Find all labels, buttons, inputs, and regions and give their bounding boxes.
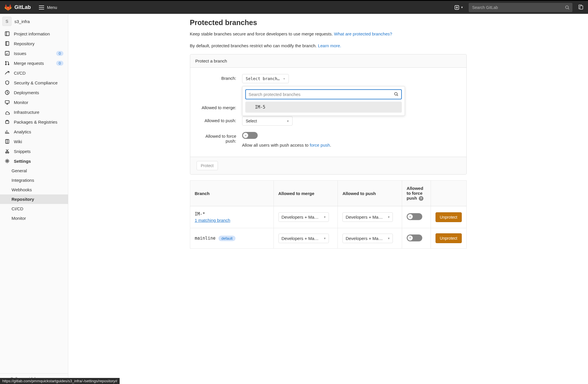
infrastructure-icon	[5, 109, 10, 115]
th-actions	[431, 181, 466, 206]
sidebar-item-packages[interactable]: Packages & Registries	[0, 117, 68, 127]
branch-dropdown: IM-5	[242, 86, 405, 116]
sidebar: S s3_infra Project information Repositor…	[0, 14, 68, 384]
protected-branches-table: Branch Allowed to merge Allowed to push …	[190, 180, 467, 249]
sidebar-item-monitor[interactable]: Monitor	[0, 97, 68, 107]
what-are-protected-link[interactable]: What are protected branches?	[334, 31, 392, 36]
panel-title: Protect a branch	[190, 54, 466, 68]
settings-sub-webhooks[interactable]: Webhooks	[0, 185, 68, 194]
branch-select[interactable]: Select branch… ▾	[242, 74, 289, 83]
search-icon	[394, 92, 398, 97]
force-push-toggle[interactable]: ✕	[242, 132, 258, 139]
sidebar-item-merge-requests[interactable]: Merge requests 0	[0, 58, 68, 68]
protect-button[interactable]: Protect	[197, 161, 218, 170]
learn-more-link[interactable]: Learn more.	[318, 43, 341, 48]
close-icon: ✕	[408, 214, 413, 219]
branch-label: Branch:	[196, 74, 242, 83]
chevron-down-icon: ▾	[461, 5, 463, 9]
main-content: Protected branches Keep stable branches …	[68, 14, 588, 384]
project-name: s3_infra	[14, 19, 30, 24]
plus-square-icon	[454, 5, 459, 10]
global-search	[469, 3, 572, 12]
project-info-icon	[5, 31, 10, 36]
settings-sub-repository[interactable]: Repository	[0, 194, 68, 204]
unprotect-button[interactable]: Unprotect	[436, 212, 462, 222]
sidebar-item-cicd[interactable]: CI/CD	[0, 68, 68, 78]
settings-sub-monitor[interactable]: Monitor	[0, 213, 68, 223]
force-push-help: Allow all users with push access to forc…	[242, 143, 461, 147]
matching-branch-link[interactable]: 1 matching branch	[195, 218, 269, 223]
snippets-icon	[5, 149, 10, 154]
sidebar-item-deployments[interactable]: Deployments	[0, 88, 68, 97]
svg-rect-3	[580, 6, 583, 9]
wiki-icon	[5, 139, 10, 144]
th-merge: Allowed to merge	[274, 181, 338, 206]
sidebar-item-snippets[interactable]: Snippets	[0, 146, 68, 156]
help-icon[interactable]: ?	[419, 196, 423, 201]
row-force-toggle[interactable]: ✕	[407, 234, 422, 241]
protect-branch-panel: Protect a branch Branch: Select branch… …	[190, 54, 467, 175]
status-bar-url: https://gitlab.com/pmmquickstartguides/s…	[0, 378, 120, 384]
logo[interactable]: GitLab	[5, 4, 31, 11]
push-label: Allowed to push:	[196, 116, 242, 126]
row-merge-select[interactable]: Developers + Ma…▾	[278, 234, 329, 243]
settings-sub-general[interactable]: General	[0, 166, 68, 175]
sidebar-item-security[interactable]: Security & Compliance	[0, 78, 68, 88]
svg-rect-4	[5, 32, 9, 36]
page-desc-1: Keep stable branches secure and force de…	[190, 31, 467, 37]
force-push-label: Allowed to force push:	[196, 132, 242, 147]
row-merge-select[interactable]: Developers + Ma…▾	[278, 212, 329, 222]
row-push-select[interactable]: Developers + Ma…▾	[342, 234, 393, 243]
merge-label: Allowed to merge:	[196, 103, 242, 110]
product-name: GitLab	[14, 4, 31, 10]
sidebar-item-analytics[interactable]: Analytics	[0, 127, 68, 137]
sidebar-item-wiki[interactable]: Wiki	[0, 137, 68, 146]
new-dropdown[interactable]: ▾	[454, 5, 463, 10]
branch-search-input[interactable]	[245, 89, 402, 99]
push-select[interactable]: Select ▾	[242, 116, 293, 126]
sidebar-item-infrastructure[interactable]: Infrastructure	[0, 107, 68, 117]
issues-icon	[5, 51, 10, 56]
svg-point-16	[7, 160, 8, 162]
th-branch: Branch	[190, 181, 274, 206]
sidebar-item-issues[interactable]: Issues 0	[0, 48, 68, 58]
sidebar-item-settings[interactable]: Settings	[0, 156, 68, 166]
table-row: mainline default Developers + Ma…▾ Devel…	[190, 228, 466, 249]
svg-rect-12	[5, 121, 9, 124]
row-push-select[interactable]: Developers + Ma…▾	[342, 212, 393, 222]
sidebar-nav: Project information Repository Issues 0 …	[0, 29, 68, 223]
chevron-down-icon: ▾	[283, 77, 285, 81]
chevron-down-icon: ▾	[287, 119, 289, 123]
chevron-down-icon: ▾	[388, 215, 390, 219]
force-push-link[interactable]: force push	[310, 143, 330, 147]
row-force-toggle[interactable]: ✕	[407, 213, 422, 220]
table-row: IM-* 1 matching branch Developers + Ma…▾…	[190, 206, 466, 228]
close-icon: ✕	[243, 133, 248, 138]
chevron-down-icon: ▾	[324, 237, 326, 240]
sidebar-item-project-info[interactable]: Project information	[0, 29, 68, 39]
close-icon: ✕	[408, 235, 413, 241]
sidebar-item-repository[interactable]: Repository	[0, 39, 68, 48]
deployments-icon	[5, 90, 10, 95]
gitlab-logo-icon	[5, 4, 12, 11]
search-input[interactable]	[469, 3, 572, 12]
branch-option[interactable]: IM-5	[245, 102, 402, 113]
analytics-icon	[5, 129, 10, 134]
chevron-down-icon: ▾	[388, 237, 390, 240]
page-desc-2: By default, protected branches restrict …	[190, 43, 467, 49]
hamburger-icon	[39, 5, 44, 10]
project-header[interactable]: S s3_infra	[0, 14, 68, 29]
mr-count-badge: 0	[56, 61, 63, 66]
menu-button[interactable]: Menu	[39, 5, 57, 10]
unprotect-button[interactable]: Unprotect	[436, 233, 462, 243]
branch-name: IM-*	[195, 211, 205, 217]
project-avatar: S	[2, 17, 12, 26]
top-navbar: GitLab Menu ▾	[0, 0, 588, 14]
chevron-down-icon: ▾	[324, 215, 326, 219]
todos-icon[interactable]	[578, 4, 583, 10]
monitor-icon	[5, 100, 10, 105]
settings-sub-integrations[interactable]: Integrations	[0, 175, 68, 185]
settings-sub-cicd[interactable]: CI/CD	[0, 204, 68, 213]
merge-requests-icon	[5, 60, 10, 66]
branch-name: mainline	[195, 236, 216, 241]
